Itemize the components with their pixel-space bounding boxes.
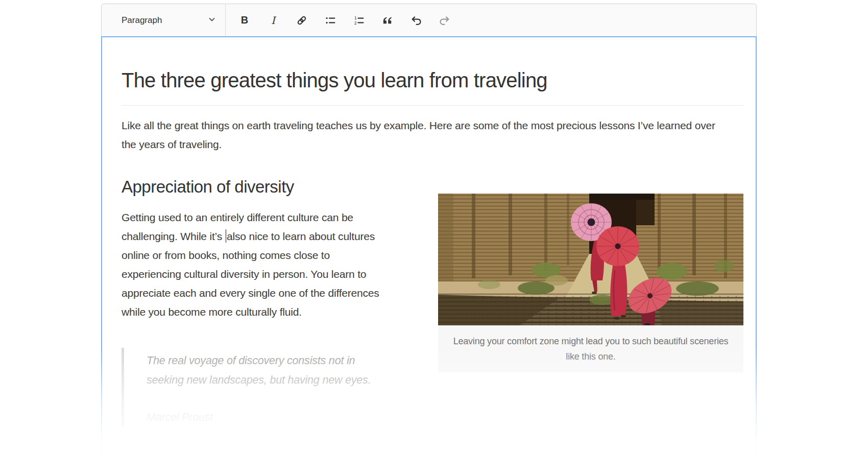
travel-photo-figure[interactable]: Leaving your comfort zone might lead you… (438, 194, 743, 372)
redo-icon (439, 14, 451, 27)
bold-button[interactable]: B (233, 10, 256, 31)
quote-text[interactable]: The real voyage of discovery consists no… (147, 351, 381, 390)
block-quote-icon (381, 14, 394, 27)
monks-umbrellas-photo[interactable] (438, 194, 743, 325)
document-title[interactable]: The three greatest things you learn from… (122, 69, 743, 106)
bulleted-list-button[interactable] (319, 10, 342, 31)
text-cursor-caret (226, 229, 227, 243)
image-caption[interactable]: Leaving your comfort zone might lead you… (438, 325, 743, 372)
chevron-down-icon (207, 14, 217, 27)
toolbar-buttons: B I (233, 10, 456, 31)
heading-dropdown[interactable]: Paragraph (108, 4, 225, 37)
redo-button[interactable] (433, 10, 456, 31)
editable-area[interactable]: The three greatest things you learn from… (101, 36, 757, 474)
body-text-after-caret: also nice to learn about cultures online… (122, 230, 379, 318)
numbered-list-button[interactable]: 1 2 (347, 10, 371, 31)
toolbar-divider (225, 4, 226, 36)
quote-attribution[interactable]: Marcel Proust (147, 411, 743, 424)
link-icon (296, 15, 307, 26)
italic-icon: I (271, 14, 275, 27)
italic-button[interactable]: I (261, 10, 285, 31)
bold-icon: B (241, 14, 248, 26)
block-quote-button[interactable] (376, 10, 399, 31)
heading-dropdown-value: Paragraph (122, 15, 162, 26)
undo-icon (410, 14, 422, 27)
bulleted-list-icon (325, 15, 336, 26)
rich-text-editor: Paragraph B I (101, 4, 757, 474)
diversity-section: Leaving your comfort zone might lead you… (122, 177, 743, 426)
intro-paragraph[interactable]: Like all the great things on earth trave… (122, 116, 729, 154)
numbered-list-icon: 1 2 (353, 15, 365, 26)
editor-toolbar: Paragraph B I (101, 4, 757, 36)
undo-button[interactable] (404, 10, 428, 31)
link-button[interactable] (290, 10, 314, 31)
svg-text:2: 2 (354, 21, 357, 26)
red-umbrella (596, 226, 639, 266)
svg-text:1: 1 (354, 16, 357, 20)
body-paragraph[interactable]: Getting used to an entirely different cu… (122, 208, 392, 321)
